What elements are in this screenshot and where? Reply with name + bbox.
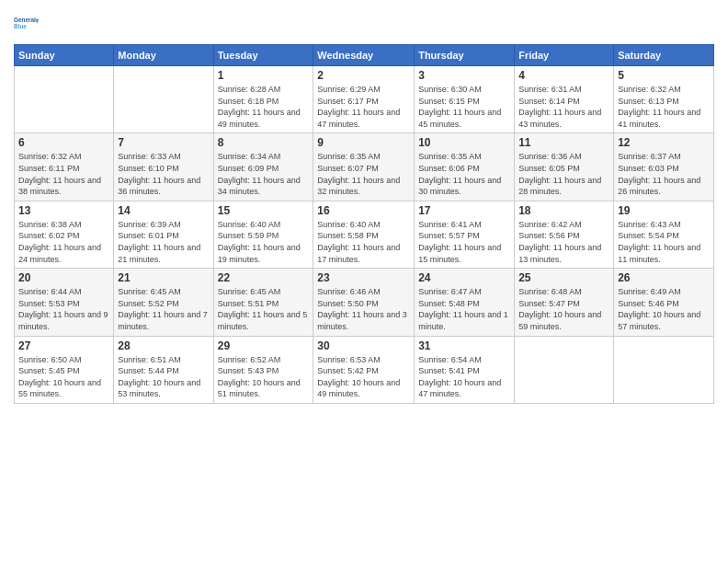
page: GeneralBlue SundayMondayTuesdayWednesday…: [0, 0, 728, 563]
day-number: 24: [418, 271, 510, 284]
day-info: Sunrise: 6:44 AM Sunset: 5:53 PM Dayligh…: [18, 286, 109, 332]
calendar-cell: [515, 336, 614, 403]
calendar-cell: 4Sunrise: 6:31 AM Sunset: 6:14 PM Daylig…: [515, 66, 614, 133]
weekday-header-row: SundayMondayTuesdayWednesdayThursdayFrid…: [15, 45, 714, 66]
day-number: 28: [118, 339, 209, 352]
day-info: Sunrise: 6:51 AM Sunset: 5:44 PM Dayligh…: [118, 354, 209, 400]
day-number: 27: [18, 339, 109, 352]
day-number: 20: [18, 271, 109, 284]
day-info: Sunrise: 6:30 AM Sunset: 6:15 PM Dayligh…: [418, 84, 510, 130]
weekday-header-sunday: Sunday: [15, 45, 114, 66]
day-info: Sunrise: 6:29 AM Sunset: 6:17 PM Dayligh…: [317, 84, 410, 130]
day-info: Sunrise: 6:39 AM Sunset: 6:01 PM Dayligh…: [118, 219, 209, 265]
logo-icon: GeneralBlue: [14, 9, 41, 37]
day-number: 1: [218, 69, 310, 82]
calendar-cell: 18Sunrise: 6:42 AM Sunset: 5:56 PM Dayli…: [515, 201, 614, 268]
day-number: 30: [317, 339, 410, 352]
calendar-cell: 20Sunrise: 6:44 AM Sunset: 5:53 PM Dayli…: [15, 269, 114, 336]
day-info: Sunrise: 6:32 AM Sunset: 6:11 PM Dayligh…: [18, 151, 109, 197]
day-info: Sunrise: 6:48 AM Sunset: 5:47 PM Dayligh…: [518, 286, 609, 332]
calendar-cell: 26Sunrise: 6:49 AM Sunset: 5:46 PM Dayli…: [614, 269, 714, 336]
day-info: Sunrise: 6:38 AM Sunset: 6:02 PM Dayligh…: [18, 219, 109, 265]
day-info: Sunrise: 6:54 AM Sunset: 5:41 PM Dayligh…: [418, 354, 510, 400]
day-number: 21: [118, 271, 209, 284]
day-number: 11: [518, 136, 609, 149]
day-info: Sunrise: 6:31 AM Sunset: 6:14 PM Dayligh…: [518, 84, 609, 130]
calendar-cell: 29Sunrise: 6:52 AM Sunset: 5:43 PM Dayli…: [213, 336, 313, 403]
day-info: Sunrise: 6:40 AM Sunset: 5:58 PM Dayligh…: [317, 219, 410, 265]
calendar-cell: 9Sunrise: 6:35 AM Sunset: 6:07 PM Daylig…: [313, 133, 415, 201]
calendar-cell: 1Sunrise: 6:28 AM Sunset: 6:18 PM Daylig…: [213, 66, 313, 133]
day-number: 8: [218, 136, 310, 149]
calendar-cell: 14Sunrise: 6:39 AM Sunset: 6:01 PM Dayli…: [114, 201, 213, 268]
day-number: 19: [618, 204, 710, 217]
day-info: Sunrise: 6:28 AM Sunset: 6:18 PM Dayligh…: [218, 84, 310, 130]
calendar-cell: 31Sunrise: 6:54 AM Sunset: 5:41 PM Dayli…: [415, 336, 515, 403]
day-info: Sunrise: 6:36 AM Sunset: 6:05 PM Dayligh…: [518, 151, 609, 197]
day-number: 29: [218, 339, 310, 352]
day-number: 25: [518, 271, 609, 284]
day-info: Sunrise: 6:35 AM Sunset: 6:07 PM Dayligh…: [317, 151, 410, 197]
day-number: 10: [418, 136, 510, 149]
day-number: 5: [618, 69, 710, 82]
calendar-cell: 8Sunrise: 6:34 AM Sunset: 6:09 PM Daylig…: [213, 133, 313, 201]
calendar-cell: [114, 66, 213, 133]
day-number: 17: [418, 204, 510, 217]
day-number: 3: [418, 69, 510, 82]
week-row-1: 1Sunrise: 6:28 AM Sunset: 6:18 PM Daylig…: [15, 66, 714, 133]
week-row-2: 6Sunrise: 6:32 AM Sunset: 6:11 PM Daylig…: [15, 133, 714, 201]
svg-text:Blue: Blue: [14, 23, 27, 29]
calendar-cell: 10Sunrise: 6:35 AM Sunset: 6:06 PM Dayli…: [415, 133, 515, 201]
day-number: 6: [18, 136, 109, 149]
day-info: Sunrise: 6:34 AM Sunset: 6:09 PM Dayligh…: [218, 151, 310, 197]
calendar-cell: 15Sunrise: 6:40 AM Sunset: 5:59 PM Dayli…: [213, 201, 313, 268]
week-row-5: 27Sunrise: 6:50 AM Sunset: 5:45 PM Dayli…: [15, 336, 714, 403]
day-info: Sunrise: 6:53 AM Sunset: 5:42 PM Dayligh…: [317, 354, 410, 400]
calendar-cell: 13Sunrise: 6:38 AM Sunset: 6:02 PM Dayli…: [15, 201, 114, 268]
calendar-cell: 24Sunrise: 6:47 AM Sunset: 5:48 PM Dayli…: [415, 269, 515, 336]
header: GeneralBlue: [14, 9, 714, 37]
day-info: Sunrise: 6:32 AM Sunset: 6:13 PM Dayligh…: [618, 84, 710, 130]
day-info: Sunrise: 6:52 AM Sunset: 5:43 PM Dayligh…: [218, 354, 310, 400]
day-info: Sunrise: 6:45 AM Sunset: 5:52 PM Dayligh…: [118, 286, 209, 332]
weekday-header-saturday: Saturday: [614, 45, 714, 66]
day-number: 2: [317, 69, 410, 82]
weekday-header-monday: Monday: [114, 45, 213, 66]
calendar-cell: 21Sunrise: 6:45 AM Sunset: 5:52 PM Dayli…: [114, 269, 213, 336]
day-number: 4: [518, 69, 609, 82]
weekday-header-thursday: Thursday: [415, 45, 515, 66]
day-info: Sunrise: 6:37 AM Sunset: 6:03 PM Dayligh…: [618, 151, 710, 197]
day-number: 26: [618, 271, 710, 284]
day-info: Sunrise: 6:49 AM Sunset: 5:46 PM Dayligh…: [618, 286, 710, 332]
day-info: Sunrise: 6:46 AM Sunset: 5:50 PM Dayligh…: [317, 286, 410, 332]
calendar-cell: 30Sunrise: 6:53 AM Sunset: 5:42 PM Dayli…: [313, 336, 415, 403]
svg-text:General: General: [14, 17, 36, 23]
week-row-4: 20Sunrise: 6:44 AM Sunset: 5:53 PM Dayli…: [15, 269, 714, 336]
day-info: Sunrise: 6:45 AM Sunset: 5:51 PM Dayligh…: [218, 286, 310, 332]
day-number: 13: [18, 204, 109, 217]
day-number: 16: [317, 204, 410, 217]
day-number: 7: [118, 136, 209, 149]
calendar-table: SundayMondayTuesdayWednesdayThursdayFrid…: [14, 44, 714, 404]
calendar-cell: 11Sunrise: 6:36 AM Sunset: 6:05 PM Dayli…: [515, 133, 614, 201]
calendar-cell: 22Sunrise: 6:45 AM Sunset: 5:51 PM Dayli…: [213, 269, 313, 336]
day-number: 12: [618, 136, 710, 149]
calendar-cell: 28Sunrise: 6:51 AM Sunset: 5:44 PM Dayli…: [114, 336, 213, 403]
day-number: 22: [218, 271, 310, 284]
day-info: Sunrise: 6:42 AM Sunset: 5:56 PM Dayligh…: [518, 219, 609, 265]
calendar-cell: 17Sunrise: 6:41 AM Sunset: 5:57 PM Dayli…: [415, 201, 515, 268]
calendar-cell: [614, 336, 714, 403]
day-number: 15: [218, 204, 310, 217]
day-info: Sunrise: 6:50 AM Sunset: 5:45 PM Dayligh…: [18, 354, 109, 400]
weekday-header-friday: Friday: [515, 45, 614, 66]
weekday-header-wednesday: Wednesday: [313, 45, 415, 66]
day-number: 9: [317, 136, 410, 149]
calendar-cell: 6Sunrise: 6:32 AM Sunset: 6:11 PM Daylig…: [15, 133, 114, 201]
logo: GeneralBlue: [14, 9, 41, 37]
day-info: Sunrise: 6:47 AM Sunset: 5:48 PM Dayligh…: [418, 286, 510, 332]
weekday-header-tuesday: Tuesday: [213, 45, 313, 66]
calendar-cell: 2Sunrise: 6:29 AM Sunset: 6:17 PM Daylig…: [313, 66, 415, 133]
calendar-cell: 5Sunrise: 6:32 AM Sunset: 6:13 PM Daylig…: [614, 66, 714, 133]
day-number: 18: [518, 204, 609, 217]
day-info: Sunrise: 6:43 AM Sunset: 5:54 PM Dayligh…: [618, 219, 710, 265]
